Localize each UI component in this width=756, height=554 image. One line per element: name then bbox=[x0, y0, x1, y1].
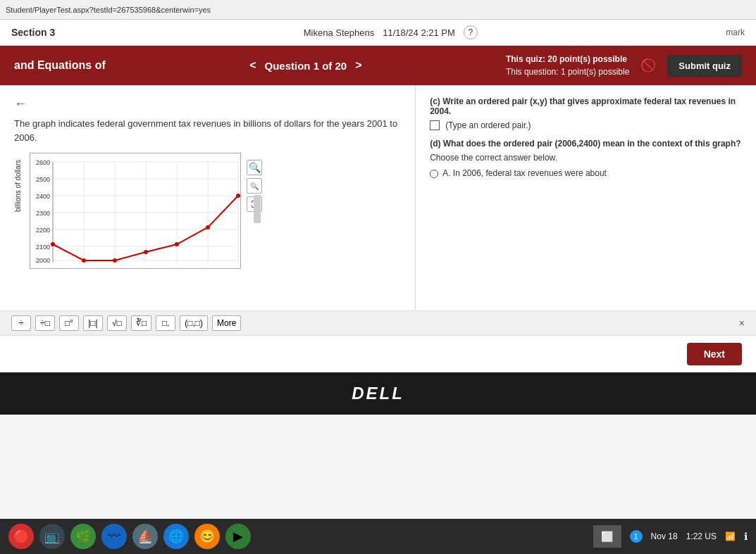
no-calc-icon: 🚫 bbox=[640, 58, 656, 73]
y-axis-title: billions of dollars bbox=[14, 160, 24, 212]
math-btn-more[interactable]: More bbox=[212, 315, 241, 331]
quiz-points: This quiz: 20 point(s) possible This que… bbox=[506, 53, 629, 78]
radio-circle-a[interactable] bbox=[430, 170, 438, 178]
next-area: Next bbox=[0, 335, 756, 372]
graph-wrapper: 2600 2500 2400 2300 2200 2100 2000 bbox=[30, 153, 241, 272]
graph-area: billions of dollars 2600 2500 2400 2300 … bbox=[14, 153, 401, 272]
part-c-input-label: (Type an ordered pair.) bbox=[445, 120, 531, 130]
taskbar-icon-play-symbol: ▶ bbox=[233, 529, 243, 544]
math-btn-frac[interactable]: ÷ bbox=[11, 315, 31, 331]
svg-text:2400: 2400 bbox=[36, 193, 50, 200]
svg-point-24 bbox=[144, 250, 148, 254]
part-c-title: (c) Write an ordered pair (x,y) that giv… bbox=[430, 96, 742, 116]
math-btn-sqrt[interactable]: √□ bbox=[107, 315, 127, 331]
next-question-button[interactable]: > bbox=[355, 59, 361, 72]
taskbar-icon-2[interactable]: 🌿 bbox=[70, 524, 96, 549]
quiz-info: This quiz: 20 point(s) possible This que… bbox=[506, 53, 742, 78]
math-btn-pair[interactable]: (□,□) bbox=[180, 315, 208, 331]
quiz-title: and Equations of bbox=[14, 59, 106, 72]
header-bar: Section 3 Mikena Stephens 11/18/24 2:21 … bbox=[0, 20, 756, 46]
part-d-title: (d) What does the ordered pair (2006,240… bbox=[430, 139, 742, 149]
taskbar-icon-2-symbol: 🌿 bbox=[75, 529, 91, 544]
taskbar: 🔴 📺 🌿 〰 ⛵ 🌐 😊 ▶ ⬜ 1 Nov 18 1:22 bbox=[0, 519, 756, 554]
svg-text:2200: 2200 bbox=[36, 227, 50, 234]
svg-point-26 bbox=[206, 225, 210, 229]
help-icon[interactable]: ? bbox=[464, 25, 478, 39]
taskbar-icon-5[interactable]: 😊 bbox=[194, 524, 220, 549]
taskbar-icon-3-symbol: 〰 bbox=[108, 529, 120, 544]
option-a-label: A. In 2006, federal tax revenues were ab… bbox=[442, 168, 607, 178]
taskbar-icon-3[interactable]: 〰 bbox=[101, 524, 127, 549]
prev-question-button[interactable]: < bbox=[249, 59, 256, 72]
taskbar-icon-5-symbol: 😊 bbox=[199, 529, 215, 544]
svg-point-22 bbox=[82, 258, 86, 263]
mark-label: mark bbox=[726, 27, 745, 37]
toolbar-close-button[interactable]: × bbox=[739, 317, 745, 329]
taskbar-icon-1-symbol: 📺 bbox=[44, 529, 60, 544]
question-left: ← The graph indicates federal government… bbox=[0, 85, 416, 310]
svg-text:2300: 2300 bbox=[36, 210, 50, 217]
quiz-points-line1: This quiz: 20 point(s) possible bbox=[506, 53, 629, 65]
taskbar-icon-1[interactable]: 📺 bbox=[39, 524, 65, 549]
quiz-points-line2: This question: 1 point(s) possible bbox=[506, 65, 629, 78]
datetime: 11/18/24 2:21 PM bbox=[383, 27, 455, 38]
answer-input-row: (Type an ordered pair.) bbox=[430, 120, 742, 130]
taskbar-icon-play[interactable]: ▶ bbox=[225, 524, 251, 549]
svg-text:2600: 2600 bbox=[36, 159, 50, 166]
taskbar-icon-chrome-symbol: 🌐 bbox=[168, 529, 184, 544]
svg-point-23 bbox=[113, 258, 117, 263]
next-button[interactable]: Next bbox=[687, 343, 742, 365]
answer-checkbox[interactable] bbox=[430, 120, 440, 130]
question-right: (c) Write an ordered pair (x,y) that giv… bbox=[416, 85, 756, 310]
graph-svg: 2600 2500 2400 2300 2200 2100 2000 bbox=[30, 153, 241, 269]
taskbar-icon-4-symbol: ⛵ bbox=[137, 529, 153, 544]
choose-label: Choose the correct answer below. bbox=[430, 153, 742, 163]
radio-option-a[interactable]: A. In 2006, federal tax revenues were ab… bbox=[430, 168, 742, 178]
svg-text:2500: 2500 bbox=[36, 176, 50, 183]
info-icon: ℹ bbox=[744, 531, 748, 542]
section-label: Section 3 bbox=[11, 27, 55, 38]
svg-point-21 bbox=[51, 242, 55, 246]
taskbar-icon-4[interactable]: ⛵ bbox=[132, 524, 158, 549]
svg-text:2100: 2100 bbox=[36, 244, 50, 251]
zoom-in-button[interactable]: 🔍 bbox=[247, 160, 262, 175]
part-d-section: (d) What does the ordered pair (2006,240… bbox=[430, 139, 742, 178]
svg-point-27 bbox=[236, 194, 240, 198]
content-area: ← The graph indicates federal government… bbox=[0, 85, 756, 310]
quiz-header: and Equations of < Question 1 of 20 > Th… bbox=[0, 46, 756, 85]
math-btn-degree[interactable]: □° bbox=[59, 315, 79, 331]
taskbar-window-icon[interactable]: ⬜ bbox=[593, 525, 621, 548]
question-counter: Question 1 of 20 bbox=[264, 60, 347, 72]
drag-handle[interactable] bbox=[254, 195, 261, 223]
math-btn-abs[interactable]: |□| bbox=[83, 315, 103, 331]
svg-text:2000: 2000 bbox=[36, 257, 50, 264]
question-nav: < Question 1 of 20 > bbox=[249, 59, 361, 72]
submit-quiz-button[interactable]: Submit quiz bbox=[667, 55, 742, 77]
notification-badge: 1 bbox=[630, 530, 643, 543]
taskbar-icon-0[interactable]: 🔴 bbox=[8, 524, 34, 549]
math-btn-decimal[interactable]: □. bbox=[156, 315, 175, 331]
math-btn-cbrt[interactable]: ∛□ bbox=[131, 315, 151, 331]
browser-bar: Student/PlayerTest.aspx?testId=267535968… bbox=[0, 0, 756, 20]
math-btn-mixed[interactable]: ÷□ bbox=[35, 315, 55, 331]
wifi-icon: 📶 bbox=[725, 531, 736, 541]
taskbar-icon-chrome[interactable]: 🌐 bbox=[163, 524, 189, 549]
dell-logo: DELL bbox=[352, 384, 404, 403]
svg-point-25 bbox=[175, 242, 179, 246]
taskbar-icon-0-symbol: 🔴 bbox=[13, 529, 29, 544]
part-c-section: (c) Write an ordered pair (x,y) that giv… bbox=[430, 96, 742, 130]
taskbar-time: 1:22 US bbox=[686, 531, 717, 541]
zoom-out-button[interactable]: 🔍 bbox=[247, 178, 262, 194]
dell-area: DELL bbox=[0, 372, 756, 415]
header-right: mark bbox=[726, 27, 745, 37]
browser-url: Student/PlayerTest.aspx?testId=267535968… bbox=[6, 6, 211, 14]
taskbar-right: ⬜ 1 Nov 18 1:22 US 📶 ℹ bbox=[593, 525, 748, 548]
math-toolbar: ÷ ÷□ □° |□| √□ ∛□ □. (□,□) More × bbox=[0, 310, 756, 335]
user-name: Mikena Stephens bbox=[304, 27, 374, 38]
taskbar-date: Nov 18 bbox=[651, 531, 678, 541]
back-arrow-icon[interactable]: ← bbox=[14, 96, 27, 111]
question-text: The graph indicates federal government t… bbox=[14, 117, 401, 144]
header-center: Mikena Stephens 11/18/24 2:21 PM ? bbox=[304, 25, 478, 39]
